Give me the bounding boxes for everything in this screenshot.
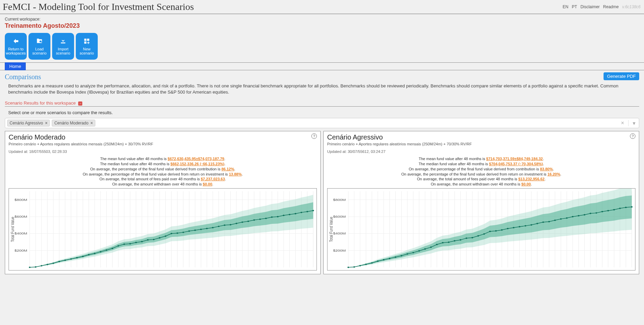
- svg-point-91: [253, 219, 255, 221]
- load-scenario-button[interactable]: Load scenario: [28, 33, 50, 60]
- stat-mean: $714,703,371.59±$84,749,184.32: [486, 157, 543, 161]
- stat-withdrawn: $0.00: [203, 182, 212, 186]
- chevron-down-icon[interactable]: ▾: [631, 120, 637, 127]
- workspace-block: Current workspace: Treinamento Agosto/20…: [0, 14, 644, 62]
- svg-point-169: [401, 255, 402, 256]
- svg-point-72: [141, 241, 143, 242]
- svg-point-162: [359, 265, 361, 266]
- svg-point-200: [584, 214, 585, 216]
- svg-point-70: [129, 243, 131, 244]
- chip-scenario: Cenário Agressivo ×: [7, 120, 50, 127]
- svg-point-60: [70, 258, 72, 260]
- svg-text:$200M: $200M: [14, 249, 27, 252]
- svg-point-167: [389, 258, 391, 259]
- panel-stats: The mean fund value after 48 months is $…: [327, 156, 635, 187]
- results-title-text: Scenario Results for this workspace: [5, 100, 76, 106]
- help-icon[interactable]: ?: [311, 133, 317, 139]
- stat-median: $704,045,753.37 (↑70,304.58%): [489, 162, 543, 166]
- new-scenario-button[interactable]: New scenario: [76, 33, 98, 60]
- svg-point-65: [100, 251, 102, 253]
- svg-point-74: [153, 239, 155, 240]
- svg-point-79: [182, 232, 184, 233]
- lang-en[interactable]: EN: [563, 4, 569, 9]
- button-label: New scenario: [77, 47, 96, 55]
- svg-point-208: [631, 206, 633, 208]
- tab-home[interactable]: Home: [5, 62, 26, 70]
- svg-point-84: [212, 227, 214, 228]
- svg-point-82: [200, 229, 202, 230]
- chip-remove-icon[interactable]: ×: [91, 121, 93, 125]
- collapse-icon[interactable]: −: [78, 101, 82, 106]
- svg-point-178: [454, 240, 455, 242]
- chart-moderado: $200M$400M$600M$800M Total Fund Value: [9, 188, 317, 270]
- svg-point-163: [365, 264, 367, 265]
- stat-fees: $13,232,956.62: [518, 177, 544, 181]
- svg-point-198: [572, 216, 574, 217]
- stat-median: $662,152,336.26 (↑66,115.23%): [170, 162, 224, 166]
- svg-text:$400M: $400M: [14, 232, 27, 236]
- svg-point-191: [530, 224, 532, 226]
- svg-text:$400M: $400M: [333, 232, 346, 236]
- clear-selection-icon[interactable]: ×: [620, 120, 625, 126]
- panels-row: ? Cenário Moderado Primeiro cenário + Ap…: [5, 131, 639, 274]
- back-arrow-icon: [11, 37, 20, 46]
- svg-point-63: [88, 254, 90, 255]
- svg-point-78: [177, 232, 178, 234]
- svg-text:Total Fund Value: Total Fund Value: [10, 217, 15, 242]
- scenario-panel-agressivo: ? Cenário Agressivo Primeiro cenário + A…: [323, 131, 639, 274]
- stat-fees: $7,237,023.63: [201, 177, 225, 181]
- link-readme[interactable]: Readme: [603, 4, 619, 9]
- svg-point-89: [241, 221, 243, 223]
- svg-text:$800M: $800M: [14, 198, 27, 202]
- svg-point-171: [413, 252, 414, 253]
- workspace-label: Current workspace:: [5, 17, 639, 22]
- download-icon: [59, 37, 68, 46]
- svg-point-165: [377, 261, 379, 262]
- svg-point-164: [371, 262, 373, 264]
- toolbar: Return to workspaces Load scenario Impor…: [5, 33, 639, 60]
- brand-title: FeMCI - Modeling Tool for Investment Sce…: [3, 1, 194, 12]
- stat-roi-pct: 13.88%: [229, 172, 241, 176]
- svg-point-73: [147, 239, 149, 241]
- panel-updated: Updated at: 18/07/55503, 02:28:33: [9, 149, 317, 154]
- return-to-workspaces-button[interactable]: Return to workspaces: [5, 33, 27, 60]
- svg-text:$600M: $600M: [333, 215, 346, 218]
- content: Generate PDF Comparisons Benchmarks are …: [0, 70, 644, 281]
- svg-point-86: [224, 225, 226, 226]
- link-disclaimer[interactable]: Disclaimer: [581, 4, 600, 9]
- svg-point-67: [111, 248, 113, 249]
- top-links: EN PT Disclaimer Readme v.6c138c6: [563, 4, 641, 9]
- svg-point-184: [489, 231, 491, 232]
- svg-point-174: [430, 246, 432, 248]
- import-scenario-button[interactable]: Import scenario: [52, 33, 74, 60]
- lang-pt[interactable]: PT: [572, 4, 577, 9]
- svg-point-173: [424, 248, 426, 250]
- svg-point-71: [135, 242, 137, 243]
- svg-point-58: [58, 261, 60, 262]
- stat-roi-pct: 16.20%: [547, 172, 560, 176]
- svg-point-193: [542, 221, 544, 223]
- chip-remove-icon[interactable]: ×: [45, 121, 47, 125]
- stat-contribution-pct: 83.80%: [540, 167, 553, 171]
- svg-point-66: [106, 250, 107, 251]
- panel-title: Cenário Agressivo: [327, 133, 635, 141]
- svg-point-170: [406, 253, 408, 255]
- version-label: v.6c138c6: [622, 4, 641, 9]
- scenario-multiselect[interactable]: Cenário Agressivo × Cenário Moderado × ×…: [5, 118, 639, 128]
- svg-point-181: [472, 237, 473, 238]
- svg-point-190: [525, 225, 526, 227]
- svg-point-203: [601, 211, 603, 212]
- svg-point-62: [82, 256, 84, 257]
- select-scenarios-hint: Select one or more scenarios to compare …: [8, 110, 639, 115]
- svg-point-99: [300, 212, 302, 213]
- svg-point-93: [265, 218, 267, 219]
- svg-point-197: [566, 217, 568, 219]
- results-header: Scenario Results for this workspace −: [5, 100, 639, 107]
- generate-pdf-button[interactable]: Generate PDF: [604, 72, 639, 80]
- svg-text:$600M: $600M: [14, 215, 27, 218]
- svg-point-96: [283, 215, 285, 216]
- svg-point-55: [41, 265, 43, 266]
- svg-point-68: [118, 245, 119, 246]
- svg-point-199: [578, 215, 580, 216]
- help-icon[interactable]: ?: [630, 133, 635, 139]
